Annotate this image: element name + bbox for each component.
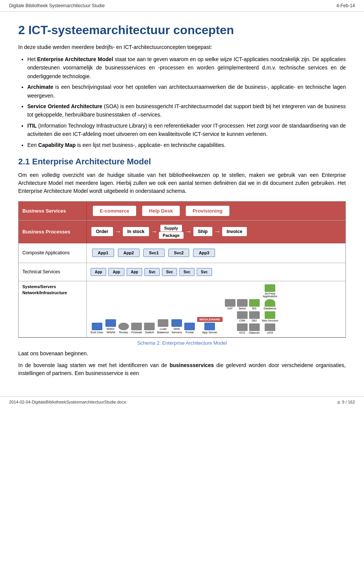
paragraph-final-bold: businessservices (169, 362, 214, 368)
sys-bottom-servers: CRM DB2 (237, 311, 260, 322)
sys-appserver-icon (204, 323, 215, 330)
systems-content: End User WAN/WWW Router Firewall (87, 281, 345, 337)
sys-databases-icon (265, 299, 275, 307)
enterprise-architecture-diagram: Business Services E-commerce Help Desk P… (18, 201, 346, 338)
list-item: ITIL (Information Technology Infrastruct… (27, 121, 346, 139)
business-processes-content: Order → In stock → Supply Package → Ship… (87, 221, 345, 243)
sys-webservices-icon (265, 311, 275, 319)
business-services-content: E-commerce Help Desk Provisioning (87, 202, 345, 220)
sys-crm: CRM (237, 311, 248, 322)
list-item: Archimate is een beschrijvingstaal voor … (27, 83, 346, 100)
sys-siebel: Siebel (237, 299, 248, 310)
sys-end-user: End User (91, 323, 103, 334)
sys-db2: DB2 (249, 311, 260, 322)
sys-appserver-label: App Server (202, 331, 217, 334)
diagram-caption: Schema 2: Enterprise Architecture Model (18, 340, 346, 346)
bp-instock: In stock (123, 227, 149, 236)
sys-bis-label: BIS (252, 307, 256, 310)
sys-db2-icon (249, 311, 260, 319)
business-processes-row: Business Processes Order → In stock → Su… (19, 221, 345, 243)
ts-app3: App (127, 268, 142, 276)
list-item: Service Oriented Architecture (SOA) is e… (27, 102, 346, 119)
sys-portal: Portal (184, 323, 195, 334)
list-item: Een Capability Map is een lijst met busi… (27, 141, 346, 149)
sys-datacom: Datacom (249, 323, 260, 334)
business-services-row: Business Services E-commerce Help Desk P… (19, 202, 345, 221)
footer-left: 2014-02-04-DigitaleBibliotheekSysteemarc… (9, 400, 126, 404)
sys-external-group: 3rd PartyApplications Databases Web Serv… (262, 284, 278, 334)
technical-services-row: Technical Services App App App Svc Svc S… (19, 263, 345, 281)
sys-firewall-icon (131, 323, 142, 330)
sys-middleware-label: MIDDLEWARE (197, 317, 223, 322)
sys-router-label: Router (119, 331, 128, 334)
bs-helpdesk: Help Desk (142, 206, 180, 216)
ca-svc2: Svc2 (168, 249, 190, 257)
ts-svc3: Svc (179, 268, 195, 276)
sys-webservices-label: Web Services (262, 319, 278, 322)
composite-applications-content: App1 App2 Svc1 Svc2 App3 (87, 243, 345, 263)
bp-invoice: Invoice (222, 227, 247, 236)
sys-wan: WAN/WWW (105, 319, 116, 334)
sys-switch-label: Switch (145, 331, 154, 334)
sys-portal-icon (184, 323, 195, 330)
sys-middleware-group: MIDDLEWARE App Server (197, 317, 223, 334)
bs-provisioning: Provisioning (186, 206, 229, 216)
composite-applications-row: Composite Applications App1 App2 Svc1 Sv… (19, 243, 345, 263)
systems-label: Systems/Servers Network/Infrastructure (19, 281, 87, 337)
sys-ocs: OCS (237, 323, 248, 334)
composite-applications-label: Composite Applications (19, 243, 87, 263)
sys-wan-icon (105, 319, 116, 327)
chapter-title: 2 ICT-systeemarchitectuur concepten (18, 23, 346, 37)
ts-app2: App (108, 268, 124, 276)
sys-sap-label: SAP (228, 307, 233, 310)
sys-bis: BIS (249, 299, 260, 310)
sys-switch: Switch (144, 323, 155, 334)
network-label-text: Network/Infrastructure (22, 290, 83, 296)
sys-webservers: WebServers (171, 319, 182, 334)
sys-switch-icon (144, 323, 155, 330)
systems-label-text: Systems/Servers (22, 284, 83, 290)
sys-firewall-label: Firewall (132, 331, 142, 334)
sys-portal-label: Portal (185, 331, 193, 334)
sys-top-servers: SAP Siebel BIS (225, 299, 260, 310)
sys-loadbalancer-icon (158, 319, 168, 327)
sys-bis-icon (249, 299, 260, 307)
sys-appserver: App Server (202, 323, 217, 334)
paragraph-final: In de bovenste laag starten we met het i… (18, 361, 346, 377)
sys-ocs-icon (237, 323, 248, 331)
sys-nos-label: n/OS (267, 331, 273, 334)
section-title-text: Enterprise Architecture Model (32, 157, 151, 166)
sys-3rdparty-icon (265, 284, 275, 292)
sys-3rdparty-label: 3rd PartyApplications (263, 292, 277, 298)
sys-wan-label: WAN/WWW (107, 327, 115, 334)
sys-loadbalancer: LoadBalancer (157, 319, 169, 334)
sys-siebel-icon (237, 299, 248, 307)
bp-arrow-4: → (214, 228, 221, 236)
bp-supply-package: Supply Package (159, 225, 184, 239)
business-processes-label: Business Processes (19, 221, 87, 243)
bullet-list: Het Enterprise Architecture Model staat … (27, 55, 346, 149)
ts-svc2: Svc (162, 268, 177, 276)
sys-databases: Databases (264, 299, 276, 310)
sys-enterprise-group: SAP Siebel BIS (225, 299, 260, 334)
sys-siebel-label: Siebel (238, 307, 246, 310)
sys-router-icon (118, 323, 129, 330)
page-content: 2 ICT-systeemarchitectuur concepten In d… (0, 12, 364, 389)
sys-webservices: Web Services (262, 311, 278, 322)
ts-svc4: Svc (197, 268, 212, 276)
sys-crm-label: CRM (239, 319, 245, 322)
sys-3rdparty: 3rd PartyApplications (263, 284, 277, 298)
ca-app3: App3 (193, 249, 215, 257)
paragraph-final-start: In de bovenste laag starten we met het i… (18, 362, 169, 368)
section-number: 2.1 (18, 157, 30, 166)
bs-ecommerce: E-commerce (93, 206, 136, 216)
technical-services-content: App App App Svc Svc Svc Svc (87, 263, 345, 281)
sys-loadbalancer-label: LoadBalancer (157, 327, 169, 334)
bp-arrow-3: → (185, 228, 192, 236)
intro-paragraph: In deze studie werden meerdere bedrijfs-… (18, 43, 346, 51)
sys-sap: SAP (225, 299, 235, 310)
sys-db2-label: DB2 (252, 319, 257, 322)
ca-app2: App2 (118, 249, 140, 257)
ca-svc1: Svc1 (143, 249, 165, 257)
sys-end-user-label: End User (91, 331, 103, 334)
